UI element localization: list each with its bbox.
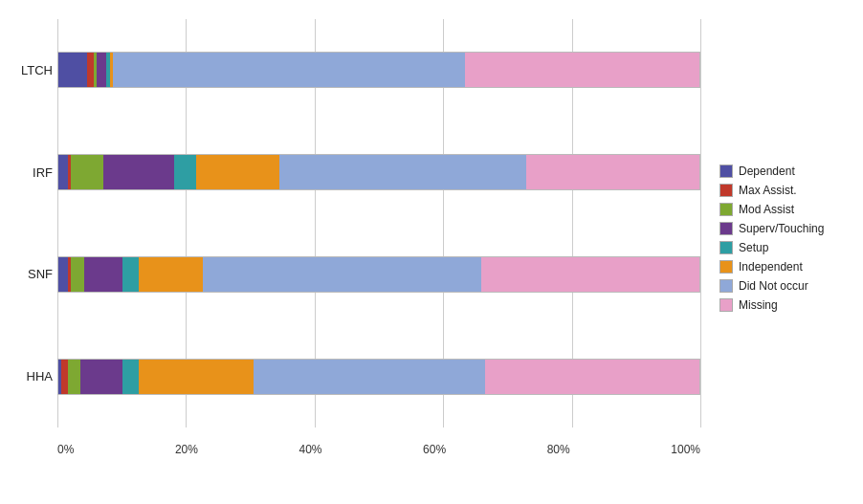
legend-color-icon (719, 241, 733, 254)
legend-label: Independent (739, 260, 803, 274)
x-label: 60% (423, 443, 446, 456)
bar-label-snf: SNF (5, 267, 53, 281)
bar-row-irf: IRF (57, 146, 700, 199)
legend-item-mod-assist: Mod Assist (719, 203, 853, 216)
legend-item-did-not-occur: Did Not occur (719, 279, 853, 293)
segment-mod-assist (71, 155, 103, 189)
segment-independent (196, 155, 279, 189)
segment-setup (122, 360, 139, 394)
bar-track-hha (57, 359, 700, 395)
segment-missing (485, 360, 699, 394)
legend-item-missing: Missing (719, 298, 853, 312)
legend-label: Dependent (739, 164, 795, 178)
bar-track-snf (57, 256, 700, 293)
segment-did-not-occur (279, 155, 526, 189)
legend-color-icon (719, 279, 733, 293)
legend-color-icon (719, 184, 733, 197)
segment-independent (139, 257, 203, 292)
segment-mod-assist (71, 257, 83, 292)
segment-mod-assist (68, 360, 80, 394)
legend-color-icon (719, 260, 733, 274)
bar-row-ltch: LTCH (57, 44, 700, 97)
segment-superv-touching (84, 257, 122, 292)
x-label: 0% (57, 443, 74, 456)
legend-color-icon (719, 203, 733, 216)
legend-color-icon (719, 164, 733, 178)
segment-superv-touching (103, 155, 174, 189)
legend: DependentMax Assist.Mod AssistSuperv/Tou… (700, 19, 853, 456)
chart-container: LTCHIRFSNFHHA 0%20%40%60%80%100% Depende… (0, 0, 863, 504)
legend-label: Mod Assist (739, 203, 794, 216)
bar-track-ltch (57, 52, 700, 88)
legend-label: Max Assist. (739, 184, 797, 197)
bar-label-irf: IRF (5, 165, 53, 180)
legend-item-superv-touching: Superv/Touching (719, 222, 853, 235)
segment-independent (139, 360, 254, 394)
segment-missing (481, 257, 699, 292)
chart-area: LTCHIRFSNFHHA 0%20%40%60%80%100% (57, 19, 700, 456)
bar-row-snf: SNF (57, 248, 700, 300)
legend-item-dependent: Dependent (719, 164, 853, 178)
segment-did-not-occur (254, 360, 484, 394)
x-label: 40% (299, 443, 322, 456)
segment-superv-touching (80, 360, 122, 394)
legend-color-icon (719, 222, 733, 235)
bar-row-hha: HHA (57, 350, 700, 403)
legend-item-setup: Setup (719, 241, 853, 254)
legend-item-independent: Independent (719, 260, 853, 274)
legend-label: Setup (739, 241, 768, 254)
segment-did-not-occur (113, 53, 466, 87)
legend-item-max-assist-: Max Assist. (719, 184, 853, 197)
bar-label-hha: HHA (5, 369, 53, 383)
x-label: 20% (175, 443, 198, 456)
segment-did-not-occur (203, 257, 481, 292)
legend-label: Missing (739, 298, 778, 312)
legend-label: Did Not occur (739, 279, 808, 293)
x-label: 80% (547, 443, 570, 456)
segment-superv-touching (97, 53, 106, 87)
segment-missing (465, 53, 699, 87)
segment-dependent (58, 257, 68, 292)
segment-dependent (58, 155, 68, 189)
bars-section: LTCHIRFSNFHHA (57, 19, 700, 456)
segment-missing (526, 155, 699, 189)
segment-dependent (58, 53, 87, 87)
bar-label-ltch: LTCH (5, 63, 53, 77)
x-axis: 0%20%40%60%80%100% (57, 438, 700, 456)
segment-setup (122, 257, 139, 292)
segment-max-assist- (61, 360, 68, 394)
x-label: 100% (671, 443, 700, 456)
legend-label: Superv/Touching (739, 222, 824, 235)
segment-setup (174, 155, 196, 189)
segment-max-assist- (87, 53, 94, 87)
bar-track-irf (57, 154, 700, 190)
legend-color-icon (719, 298, 733, 312)
